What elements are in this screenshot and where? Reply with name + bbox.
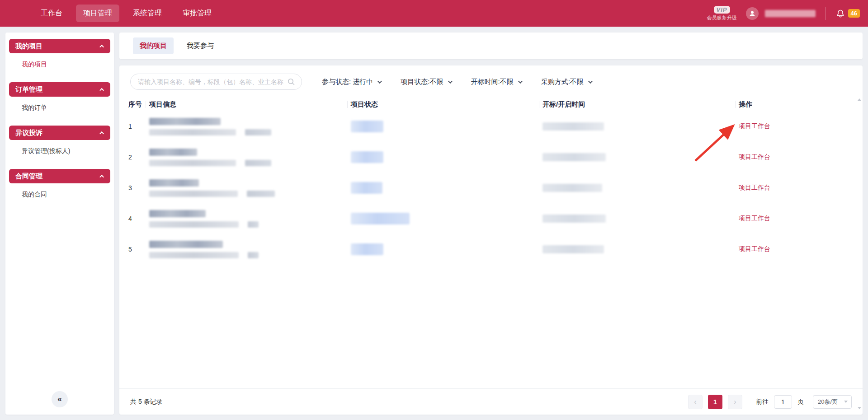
nav-item-project-management[interactable]: 项目管理 [76, 5, 119, 22]
goto-page-input[interactable] [774, 395, 792, 409]
opening-time-redacted [542, 184, 602, 192]
total-records-label: 共 5 条记录 [130, 398, 163, 406]
tab-bar: 我的项目 我要参与 [119, 33, 863, 59]
project-workbench-link[interactable]: 项目工作台 [739, 215, 770, 223]
page-number-button[interactable]: 1 [708, 395, 722, 409]
status-badge-redacted [351, 182, 382, 194]
table-row: 5 项目工作台 [125, 234, 856, 265]
sidebar-group-contract-management[interactable]: 合同管理 [9, 169, 110, 183]
opening-time-redacted [542, 153, 606, 161]
search-icon[interactable] [287, 78, 295, 86]
filter-project-status[interactable]: 项目状态:不限 [401, 78, 451, 86]
row-index: 4 [128, 215, 132, 222]
vip-caption: 会员服务升级 [707, 14, 737, 21]
tab-i-want-to-participate[interactable]: 我要参与 [180, 37, 221, 54]
redacted-project-tag [248, 252, 259, 258]
redacted-project-title [149, 118, 221, 125]
row-index: 3 [128, 184, 132, 191]
table-row: 1 项目工作台 [125, 111, 856, 142]
filter-label: 开标时间:不限 [471, 78, 514, 86]
project-workbench-link[interactable]: 项目工作台 [739, 184, 770, 192]
page-unit-label: 页 [797, 398, 804, 406]
filter-procurement-method[interactable]: 采购方式:不限 [541, 78, 591, 86]
project-info-redacted [146, 203, 347, 234]
chevron-left-icon: ‹ [694, 398, 696, 406]
top-navigation-bar: 工作台 项目管理 系统管理 审批管理 VIP 会员服务升级 46 [0, 0, 868, 27]
sidebar-group-label: 我的项目 [15, 42, 42, 51]
page-size-select[interactable]: 20条/页 [813, 395, 852, 409]
nav-item-approval-management[interactable]: 审批管理 [175, 5, 219, 22]
project-info-redacted [146, 234, 347, 265]
filter-participation-status[interactable]: 参与状态: 进行中 [322, 78, 381, 86]
table-row: 4 项目工作台 [125, 203, 856, 234]
vip-upgrade[interactable]: VIP 会员服务升级 [707, 6, 737, 21]
filter-label: 参与状态: 进行中 [322, 78, 373, 86]
project-workbench-link[interactable]: 项目工作台 [739, 153, 770, 161]
redacted-project-meta [149, 129, 236, 135]
project-info-redacted [146, 111, 347, 142]
redacted-project-tag [247, 191, 275, 197]
sidebar-item-my-contracts[interactable]: 我的合同 [5, 183, 114, 206]
sidebar-group-label: 异议投诉 [15, 129, 42, 137]
column-header-opening-time: 开标/开启时间 [539, 98, 735, 111]
column-header-project-info: 项目信息 [146, 98, 347, 111]
status-badge-redacted [351, 151, 383, 163]
status-badge-redacted [351, 213, 410, 224]
chevron-down-icon [377, 79, 382, 84]
project-list-panel: 参与状态: 进行中 项目状态:不限 开标时间:不限 采购方式:不限 序号 项目信… [119, 65, 863, 415]
redacted-project-title [149, 179, 199, 187]
sidebar-item-my-orders[interactable]: 我的订单 [5, 97, 114, 119]
opening-time-redacted [542, 122, 604, 131]
pager-controls: ‹ 1 › 前往 页 20条/页 [688, 395, 852, 409]
vip-icon: VIP [714, 6, 730, 14]
chevron-down-icon [448, 79, 452, 84]
person-icon [749, 10, 756, 17]
filter-label: 项目状态:不限 [401, 78, 443, 86]
topbar-divider [826, 7, 826, 20]
sidebar-group-label: 订单管理 [15, 85, 42, 94]
chevron-up-icon [99, 44, 104, 49]
table-body: 1 项目工作台 2 项目工作台 [119, 111, 863, 265]
project-info-redacted [146, 142, 347, 173]
chevron-down-icon [844, 401, 848, 403]
filter-row: 参与状态: 进行中 项目状态:不限 开标时间:不限 采购方式:不限 [130, 73, 852, 91]
redacted-project-meta [149, 160, 236, 166]
chevron-down-icon [588, 79, 593, 84]
sidebar-group-label: 合同管理 [15, 172, 42, 181]
column-header-actions: 操作 [735, 98, 856, 111]
chevron-up-icon [99, 174, 104, 179]
chevron-up-icon [99, 131, 104, 135]
goto-page-label: 前往 [756, 398, 769, 406]
sidebar-group-objection-complaint[interactable]: 异议投诉 [9, 126, 110, 140]
sidebar-group-order-management[interactable]: 订单管理 [9, 82, 110, 97]
sidebar-collapse-button[interactable]: « [52, 391, 68, 407]
username-redacted [765, 10, 816, 17]
tab-my-projects[interactable]: 我的项目 [133, 37, 174, 54]
next-page-button[interactable]: › [728, 395, 742, 409]
nav-item-workbench[interactable]: 工作台 [33, 5, 70, 22]
scrollbar-down-arrow[interactable] [858, 407, 861, 409]
project-workbench-link[interactable]: 项目工作台 [739, 122, 770, 131]
scrollbar-up-arrow[interactable] [858, 98, 861, 101]
filter-bid-opening-time[interactable]: 开标时间:不限 [471, 78, 521, 86]
redacted-project-title [149, 241, 223, 248]
sidebar-group-my-projects[interactable]: 我的项目 [9, 39, 110, 53]
chevron-up-icon [99, 88, 104, 92]
redacted-project-tag [248, 221, 259, 228]
nav-item-system-management[interactable]: 系统管理 [126, 5, 169, 22]
topbar-right-cluster: VIP 会员服务升级 46 [707, 0, 860, 27]
search-input[interactable] [138, 78, 287, 85]
status-badge-redacted [351, 121, 383, 132]
sidebar-item-my-projects[interactable]: 我的项目 [5, 53, 114, 76]
redacted-project-meta [149, 221, 239, 228]
project-workbench-link[interactable]: 项目工作台 [739, 245, 770, 253]
prev-page-button[interactable]: ‹ [688, 395, 703, 409]
sidebar-item-objection-management[interactable]: 异议管理(投标人) [5, 140, 114, 163]
column-header-project-status: 项目状态 [347, 98, 539, 111]
project-info-redacted [146, 173, 347, 203]
avatar[interactable] [746, 7, 759, 20]
notifications[interactable]: 46 [836, 9, 860, 18]
search-box[interactable] [130, 74, 302, 90]
redacted-project-meta [149, 252, 239, 258]
status-badge-redacted [351, 243, 383, 255]
